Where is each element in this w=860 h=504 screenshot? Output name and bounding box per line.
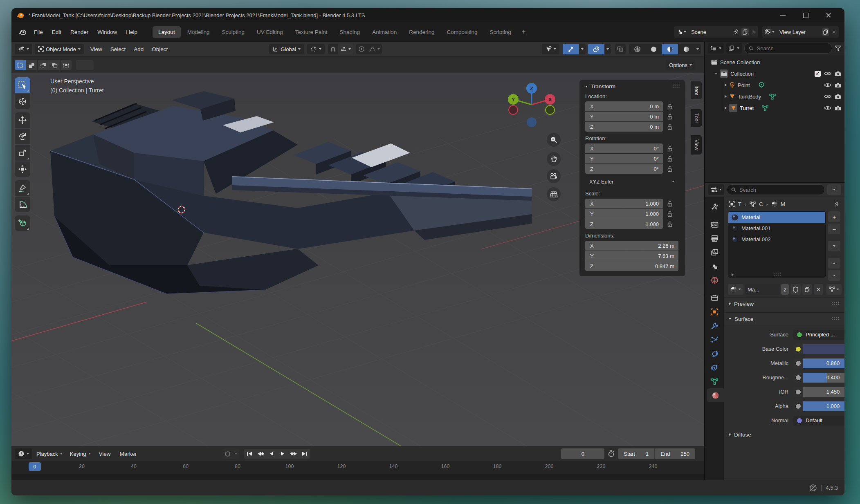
shading-wireframe-button[interactable] <box>629 44 645 54</box>
remove-slot-button[interactable]: − <box>828 224 840 234</box>
editor-type-button[interactable] <box>15 44 32 54</box>
timeline-ruler[interactable]: 0 20 40 60 80 100 120 140 160 180 200 22… <box>11 461 704 474</box>
menu-render[interactable]: Render <box>66 27 93 38</box>
preview-panel-header[interactable]: Preview <box>724 297 844 310</box>
tool-annotate[interactable] <box>15 180 30 196</box>
lock-open-icon[interactable] <box>667 211 673 217</box>
unlink-material-icon[interactable]: ✕ <box>814 284 823 295</box>
scene-collection-label[interactable]: Scene Collection <box>720 59 760 65</box>
camera-icon[interactable] <box>835 94 841 99</box>
ior-socket[interactable] <box>793 387 803 397</box>
outliner-row-turret[interactable]: Turret <box>705 102 844 114</box>
snap-target-icon[interactable] <box>338 44 353 54</box>
outliner-search[interactable] <box>744 43 832 54</box>
expand-chevron-icon[interactable] <box>725 95 727 98</box>
viewport-3d-canvas[interactable]: User Perspective (0) Collection | Turret <box>11 73 704 446</box>
roughness-socket[interactable] <box>793 373 803 383</box>
shading-rendered-button[interactable] <box>678 44 694 54</box>
playhead-current-frame[interactable]: 0 <box>29 462 41 471</box>
pin-icon[interactable] <box>734 29 739 35</box>
tab-scene-icon[interactable] <box>705 259 724 273</box>
pan-hand-button[interactable] <box>547 152 561 166</box>
transform-panel-header[interactable]: Transform <box>585 83 681 90</box>
camera-icon[interactable] <box>835 71 841 76</box>
rotation-x-field[interactable]: X0° <box>585 143 663 153</box>
overlays-dropdown-chevron[interactable] <box>604 44 611 54</box>
viewport-menu-object[interactable]: Object <box>148 46 172 52</box>
menu-edit[interactable]: Edit <box>47 27 66 38</box>
workspace-tab-texture-paint[interactable]: Texture Paint <box>290 26 333 38</box>
snap-toggle-icon[interactable] <box>328 44 338 54</box>
gizmo-dropdown-chevron[interactable] <box>579 44 586 54</box>
material-slot-row[interactable]: Material.001 <box>728 223 825 234</box>
auto-keying-toggle[interactable] <box>222 448 239 459</box>
scene-name[interactable]: Scene <box>689 29 731 35</box>
pin-icon[interactable] <box>834 201 840 207</box>
jump-to-end-button[interactable] <box>299 449 310 459</box>
maximize-button[interactable] <box>800 11 811 20</box>
turret-label[interactable]: Turret <box>740 105 754 111</box>
expand-chevron-icon[interactable] <box>725 83 727 87</box>
menu-window[interactable]: Window <box>93 27 121 38</box>
tool-fallback-options[interactable] <box>76 60 94 70</box>
breadcrumb-object[interactable]: T <box>738 201 741 207</box>
playback-menu[interactable]: Playback <box>33 448 66 459</box>
view-layer-icon[interactable] <box>765 29 775 35</box>
alpha-slider[interactable]: 1.000 <box>803 401 844 411</box>
keying-menu[interactable]: Keying <box>67 448 94 459</box>
play-button[interactable] <box>277 449 288 459</box>
tool-select-box[interactable] <box>15 77 30 93</box>
minimize-button[interactable] <box>777 11 788 20</box>
base-color-socket[interactable] <box>793 344 803 354</box>
camera-view-button[interactable] <box>547 169 561 183</box>
object-type-visibility-dropdown[interactable]: 0 <box>542 44 559 54</box>
tab-object-data-icon[interactable] <box>705 374 724 388</box>
stopwatch-icon[interactable] <box>608 450 615 457</box>
location-x-field[interactable]: X0 m <box>585 101 663 111</box>
add-slot-button[interactable]: + <box>828 211 840 222</box>
tool-measure[interactable] <box>15 197 30 212</box>
collection-label[interactable]: Collection <box>730 71 754 77</box>
list-drag-dots[interactable] <box>774 273 782 276</box>
timeline-marker-menu[interactable]: Marker <box>116 451 141 457</box>
panel-drag-dots[interactable] <box>832 317 840 321</box>
camera-icon[interactable] <box>835 105 841 111</box>
select-extend-mode[interactable] <box>26 60 37 70</box>
rotation-z-field[interactable]: Z0° <box>585 164 663 174</box>
location-z-field[interactable]: Z0 m <box>585 122 663 132</box>
expand-chevron-icon[interactable] <box>715 73 717 74</box>
panel-drag-dots[interactable] <box>673 85 681 88</box>
next-keyframe-button[interactable] <box>288 449 299 459</box>
material-slot-row[interactable]: Material <box>728 212 825 223</box>
workspace-tab-sculpting[interactable]: Sculpting <box>216 26 250 38</box>
scale-y-field[interactable]: Y1.000 <box>585 209 663 219</box>
outliner-row-point[interactable]: Point <box>705 79 844 91</box>
scene-icon[interactable] <box>676 29 686 35</box>
base-color-swatch[interactable] <box>803 344 844 354</box>
viewport-menu-view[interactable]: View <box>86 46 106 52</box>
outliner-filter-icon[interactable] <box>835 45 841 52</box>
select-set-mode[interactable] <box>15 60 26 70</box>
properties-editor-type-button[interactable] <box>708 184 724 195</box>
surface-panel-header[interactable]: Surface <box>724 312 844 325</box>
tab-tool-icon[interactable] <box>705 199 724 213</box>
workspace-tab-animation[interactable]: Animation <box>366 26 402 38</box>
menu-help[interactable]: Help <box>121 27 142 38</box>
nodetree-toggle-button[interactable] <box>826 284 842 295</box>
workspace-tab-layout[interactable]: Layout <box>153 26 181 38</box>
browse-material-button[interactable] <box>728 284 743 295</box>
tab-modifiers-icon[interactable] <box>705 319 724 333</box>
jump-to-start-button[interactable] <box>244 449 255 459</box>
slot-specials-dropdown[interactable] <box>828 241 840 251</box>
surface-shader-selector[interactable]: Principled ... <box>793 330 844 340</box>
outliner-display-mode-button[interactable] <box>708 43 724 54</box>
list-expand-icon[interactable] <box>732 273 734 276</box>
show-overlays-toggle[interactable] <box>588 44 604 54</box>
lock-open-icon[interactable] <box>667 146 673 152</box>
menu-file[interactable]: File <box>29 27 47 38</box>
camera-icon[interactable] <box>835 83 841 88</box>
previous-keyframe-button[interactable] <box>255 449 266 459</box>
lock-open-icon[interactable] <box>667 166 673 172</box>
viewport-menu-add[interactable]: Add <box>130 46 148 52</box>
material-users-count[interactable]: 2 <box>781 284 789 295</box>
